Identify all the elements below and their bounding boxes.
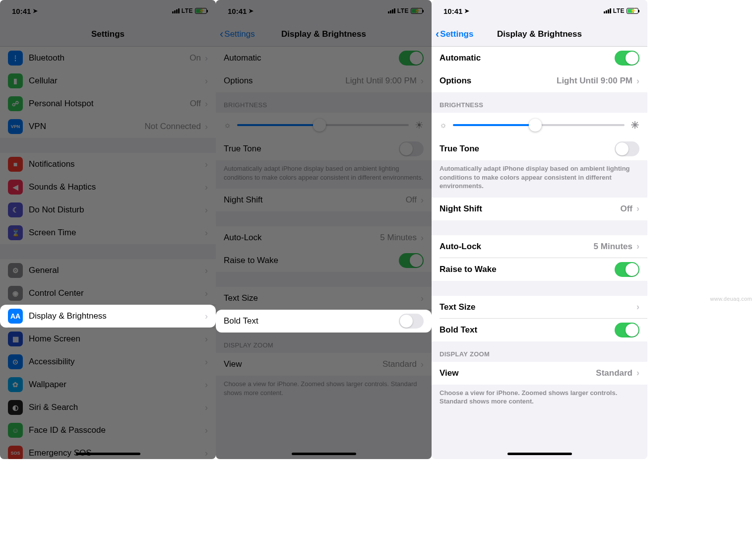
row-label: Do Not Disturb <box>29 205 84 215</box>
chevron-right-icon: › <box>205 448 208 459</box>
row-icon: ☍ <box>8 96 23 111</box>
true-tone-row[interactable]: True Tone <box>432 137 647 160</box>
auto-lock-row[interactable]: Auto-Lock5 Minutes› <box>432 235 647 258</box>
battery-icon: ⚡ <box>411 8 423 14</box>
auto-lock-row[interactable]: Auto-Lock5 Minutes› <box>216 226 432 249</box>
chevron-right-icon: › <box>421 195 424 205</box>
back-button[interactable]: ‹Settings <box>220 29 255 40</box>
true-tone-footer: Automatically adapt iPhone display based… <box>432 160 647 198</box>
night-shift-row[interactable]: Night ShiftOff› <box>216 189 432 211</box>
home-indicator[interactable] <box>76 453 140 455</box>
row-icon: ⌛ <box>8 225 23 240</box>
options-row[interactable]: OptionsLight Until 9:00 PM› <box>216 69 432 92</box>
true-tone-footer: Automatically adapt iPhone display based… <box>216 160 432 189</box>
settings-row-face-id-passcode[interactable]: ☺Face ID & Passcode› <box>0 419 216 442</box>
chevron-right-icon: › <box>205 380 208 390</box>
settings-row-display-brightness[interactable]: AADisplay & Brightness› <box>0 305 216 328</box>
chevron-right-icon: › <box>421 359 424 370</box>
battery-icon: ⚡ <box>627 8 638 14</box>
chevron-right-icon: › <box>205 266 208 276</box>
screen-settings-root: 10:41 ➤ LTE ⚡ Settings <div class="cell … <box>0 0 216 459</box>
row-label: VPN <box>29 122 46 132</box>
brightness-slider[interactable] <box>453 124 625 126</box>
settings-row-bluetooth[interactable]: ⋮BluetoothOn› <box>0 47 216 69</box>
chevron-left-icon: ‹ <box>220 29 223 40</box>
status-time: 10:41 <box>12 7 31 15</box>
row-label: Bluetooth <box>29 53 64 63</box>
display-zoom-header: DISPLAY ZOOM <box>432 341 647 362</box>
toggle[interactable] <box>399 51 424 66</box>
view-row[interactable]: ViewStandard› <box>432 362 647 385</box>
raise-to-wake-row[interactable]: Raise to Wake <box>216 249 432 272</box>
options-row[interactable]: OptionsLight Until 9:00 PM› <box>432 69 647 92</box>
home-indicator[interactable] <box>292 453 356 455</box>
chevron-right-icon: › <box>205 228 208 238</box>
chevron-right-icon: › <box>205 122 208 132</box>
settings-row-accessibility[interactable]: ⊙Accessibility› <box>0 350 216 373</box>
row-icon: VPN <box>8 119 23 134</box>
chevron-right-icon: › <box>205 311 208 322</box>
settings-row-emergency-sos[interactable]: SOSEmergency SOS› <box>0 442 216 459</box>
bold-text-row[interactable]: Bold Text <box>216 310 432 333</box>
settings-row-screen-time[interactable]: ⌛Screen Time› <box>0 221 216 244</box>
location-icon: ➤ <box>464 7 469 14</box>
automatic-row[interactable]: Automatic <box>432 47 647 69</box>
toggle[interactable] <box>399 141 424 156</box>
brightness-slider-row: ☼☀ <box>216 113 432 137</box>
row-icon: AA <box>8 309 23 324</box>
row-label: Wallpaper <box>29 380 66 390</box>
chevron-right-icon: › <box>636 241 639 252</box>
chevron-right-icon: › <box>205 99 208 109</box>
toggle[interactable] <box>615 51 639 66</box>
view-row[interactable]: ViewStandard› <box>216 353 432 376</box>
network-label: LTE <box>182 7 193 14</box>
row-icon: ☾ <box>8 202 23 217</box>
row-value: Off <box>190 99 201 109</box>
settings-row-do-not-disturb[interactable]: ☾Do Not Disturb› <box>0 199 216 221</box>
settings-row-general[interactable]: ⚙General› <box>0 259 216 282</box>
night-shift-row[interactable]: Night ShiftOff› <box>432 198 647 220</box>
row-icon: ▮ <box>8 73 23 88</box>
settings-row-home-screen[interactable]: ▦Home Screen› <box>0 328 216 350</box>
signal-icon <box>604 8 611 13</box>
location-icon: ➤ <box>33 7 38 14</box>
chevron-right-icon: › <box>636 368 639 378</box>
sun-large-icon: ☀ <box>630 119 639 131</box>
raise-to-wake-row[interactable]: Raise to Wake <box>432 258 647 281</box>
screen-display-brightness: 10:41➤ LTE⚡ ‹Settings Display & Brightne… <box>432 0 647 459</box>
sun-large-icon: ☀ <box>415 119 424 131</box>
text-size-row[interactable]: Text Size› <box>216 287 432 310</box>
page-title: Display & Brightness <box>281 29 366 39</box>
home-indicator[interactable] <box>507 453 572 455</box>
chevron-right-icon: › <box>205 357 208 367</box>
toggle[interactable] <box>399 314 424 329</box>
settings-row-wallpaper[interactable]: ✿Wallpaper› <box>0 373 216 396</box>
toggle[interactable] <box>399 253 424 268</box>
text-size-row[interactable]: Text Size› <box>432 296 647 319</box>
brightness-slider[interactable] <box>237 124 409 126</box>
toggle[interactable] <box>615 141 639 156</box>
watermark: www.deuaq.com <box>710 296 752 302</box>
chevron-right-icon: › <box>205 53 208 64</box>
chevron-left-icon: ‹ <box>436 29 439 40</box>
settings-row-cellular[interactable]: ▮Cellular› <box>0 69 216 92</box>
chevron-right-icon: › <box>636 302 639 312</box>
true-tone-row[interactable]: True Tone <box>216 137 432 160</box>
toggle[interactable] <box>615 323 639 337</box>
settings-row-control-center[interactable]: ◉Control Center› <box>0 282 216 305</box>
bold-text-row[interactable]: Bold Text <box>432 319 647 341</box>
row-icon: ◀ <box>8 180 23 195</box>
back-button[interactable]: ‹Settings <box>436 29 473 40</box>
settings-row-personal-hotspot[interactable]: ☍Personal HotspotOff› <box>0 92 216 115</box>
location-icon: ➤ <box>249 7 253 14</box>
settings-row-notifications[interactable]: ■Notifications› <box>0 153 216 176</box>
settings-row-siri-search[interactable]: ◐Siri & Search› <box>0 396 216 419</box>
row-label: Notifications <box>29 159 75 169</box>
row-icon: ⚙ <box>8 263 23 278</box>
toggle[interactable] <box>615 262 639 277</box>
settings-row-vpn[interactable]: VPNVPNNot Connected› <box>0 115 216 138</box>
settings-row-sounds-haptics[interactable]: ◀Sounds & Haptics› <box>0 176 216 199</box>
row-label: Siri & Search <box>29 402 78 412</box>
brightness-header: BRIGHTNESS <box>432 92 647 113</box>
automatic-row[interactable]: Automatic <box>216 47 432 69</box>
